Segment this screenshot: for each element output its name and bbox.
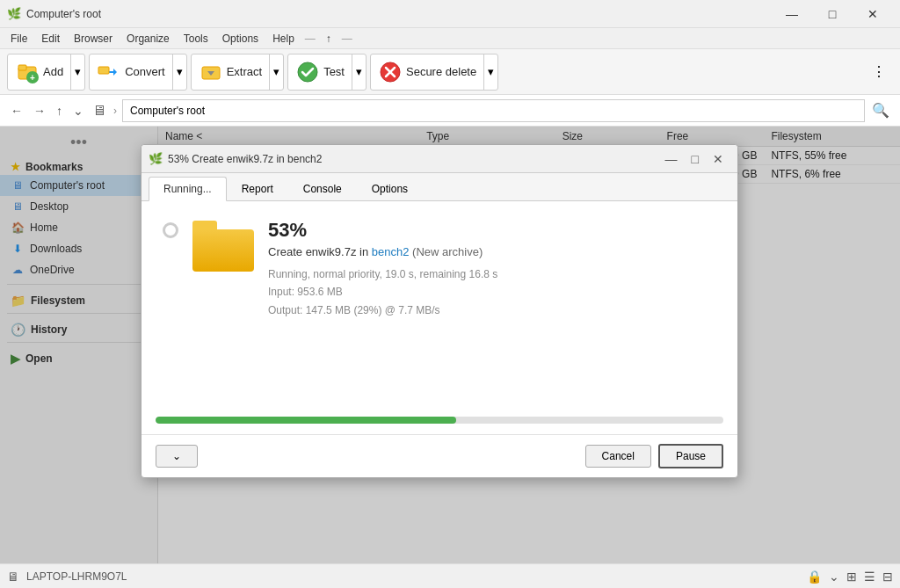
menu-sep2: — — [342, 33, 352, 45]
convert-label: Convert — [125, 65, 165, 78]
extract-label: Extract — [227, 65, 262, 78]
menu-edit[interactable]: Edit — [34, 28, 67, 48]
modal-status-row: 53% Create enwik9.7z in bench2 (New arch… — [163, 219, 716, 319]
test-tool-group: Test ▾ — [287, 54, 367, 91]
test-button[interactable]: Test — [288, 54, 352, 90]
status-computer: LAPTOP-LHRM9O7L — [26, 570, 127, 583]
modal-target: bench2 — [372, 245, 410, 258]
modal-chevron-button[interactable]: ⌄ — [156, 445, 198, 468]
secure-delete-arrow[interactable]: ▾ — [483, 54, 497, 91]
folder-tab — [192, 221, 217, 229]
secure-delete-label: Secure delete — [406, 65, 476, 78]
menu-organize[interactable]: Organize — [120, 28, 177, 48]
menu-file[interactable]: File — [4, 28, 34, 48]
menu-up[interactable]: ↑ — [319, 28, 338, 48]
extract-arrow[interactable]: ▾ — [269, 54, 283, 91]
add-tool-group: + Add ▾ — [7, 54, 85, 91]
modal-tab-report[interactable]: Report — [227, 177, 288, 201]
app-icon: 🌿 — [7, 7, 21, 21]
modal-app-icon: 🌿 — [149, 152, 163, 166]
path-text: Computer's root — [130, 105, 205, 117]
address-bar: ← → ↑ ⌄ 🖥 › Computer's root 🔍 — [0, 95, 900, 127]
menu-tools[interactable]: Tools — [177, 28, 215, 48]
modal-action-line: Create enwik9.7z in bench2 (New archive) — [268, 245, 716, 258]
status-bar: 🖥 LAPTOP-LHRM9O7L 🔒 ⌄ ⊞ ☰ ⊟ — [0, 563, 900, 588]
modal-detail-2: Input: 953.6 MB — [268, 283, 716, 301]
svg-marker-4 — [113, 69, 117, 76]
status-pc-icon: 🖥 — [7, 570, 19, 584]
detail-view-icon[interactable]: ⊟ — [882, 570, 893, 584]
pc-icon: 🖥 — [92, 103, 106, 119]
test-arrow[interactable]: ▾ — [352, 54, 366, 91]
search-button[interactable]: 🔍 — [868, 98, 893, 123]
modal-percent: 53% — [268, 219, 716, 242]
svg-rect-5 — [98, 67, 109, 74]
status-arrow-icon[interactable]: ⌄ — [829, 570, 839, 584]
title-bar: 🌿 Computer's root — □ ✕ — [0, 0, 900, 28]
window-controls: — □ ✕ — [772, 0, 893, 28]
menu-bar: File Edit Browser Organize Tools Options… — [0, 28, 900, 49]
modal-tab-console[interactable]: Console — [288, 177, 357, 201]
test-label: Test — [323, 65, 345, 78]
modal-detail-3: Output: 147.5 MB (29%) @ 7.7 MB/s — [268, 301, 716, 319]
convert-icon — [97, 60, 121, 84]
modal-title-bar: 🌿 53% Create enwik9.7z in bench2 — □ ✕ — [142, 145, 737, 173]
secure-delete-button[interactable]: Secure delete — [371, 54, 483, 90]
back-button[interactable]: ← — [7, 102, 26, 120]
secure-delete-tool-group: Secure delete ▾ — [370, 54, 498, 91]
convert-arrow[interactable]: ▾ — [172, 54, 186, 91]
modal-minimize-button[interactable]: — — [658, 149, 685, 170]
extract-icon — [199, 60, 223, 84]
modal-close-button[interactable]: ✕ — [706, 149, 730, 170]
extract-tool-group: Extract ▾ — [191, 54, 284, 91]
modal-spinner — [163, 222, 178, 238]
history-dropdown-button[interactable]: ⌄ — [69, 102, 87, 120]
modal-maximize-button[interactable]: □ — [685, 149, 706, 170]
add-label: Add — [43, 65, 63, 78]
modal-title: 53% Create enwik9.7z in bench2 — [168, 153, 658, 165]
add-button[interactable]: + Add — [8, 54, 70, 90]
menu-options[interactable]: Options — [215, 28, 265, 48]
menu-sep1: — — [305, 33, 316, 45]
progress-modal: 🌿 53% Create enwik9.7z in bench2 — □ ✕ R… — [141, 144, 738, 478]
add-arrow[interactable]: ▾ — [70, 54, 84, 91]
secure-delete-icon — [378, 60, 403, 84]
add-icon: + — [15, 60, 40, 84]
status-bar-right: 🔒 ⌄ ⊞ ☰ ⊟ — [807, 570, 893, 584]
modal-tabs: Running... Report Console Options — [142, 173, 737, 201]
menu-browser[interactable]: Browser — [67, 28, 120, 48]
svg-text:+: + — [30, 73, 35, 83]
maximize-button[interactable]: □ — [812, 0, 853, 28]
extract-button[interactable]: Extract — [192, 54, 269, 90]
svg-point-8 — [298, 62, 317, 82]
modal-body: 53% Create enwik9.7z in bench2 (New arch… — [142, 201, 737, 417]
list-view-icon[interactable]: ☰ — [864, 570, 875, 584]
address-path[interactable]: Computer's root — [122, 99, 865, 122]
modal-progress-bar — [156, 417, 456, 424]
modal-tab-running[interactable]: Running... — [149, 177, 227, 201]
test-icon — [295, 60, 320, 84]
modal-tab-options[interactable]: Options — [357, 177, 423, 201]
modal-footer-left: ⌄ — [156, 445, 198, 468]
minimize-button[interactable]: — — [772, 0, 812, 28]
modal-cancel-button[interactable]: Cancel — [585, 445, 651, 468]
modal-detail-1: Running, normal priority, 19.0 s, remain… — [268, 265, 716, 283]
grid-view-icon[interactable]: ⊞ — [846, 570, 857, 584]
modal-progress-section — [142, 417, 737, 434]
lock-icon[interactable]: 🔒 — [807, 570, 822, 584]
modal-pause-button[interactable]: Pause — [658, 444, 723, 468]
modal-archive-type: (New archive) — [412, 245, 483, 258]
toolbar: + Add ▾ Convert ▾ — [0, 49, 900, 95]
close-button[interactable]: ✕ — [853, 0, 893, 28]
up-button[interactable]: ↑ — [53, 102, 66, 120]
modal-overlay: 🌿 53% Create enwik9.7z in bench2 — □ ✕ R… — [0, 127, 900, 563]
toolbar-more[interactable]: ⋮ — [865, 60, 893, 83]
modal-action-text: Create enwik9.7z in — [268, 245, 368, 258]
folder-body — [192, 229, 254, 272]
forward-button[interactable]: → — [30, 102, 49, 120]
convert-button[interactable]: Convert — [90, 54, 172, 90]
menu-help[interactable]: Help — [265, 28, 301, 48]
path-separator: › — [113, 105, 117, 117]
window-title: Computer's root — [26, 8, 772, 20]
modal-details: Running, normal priority, 19.0 s, remain… — [268, 265, 716, 319]
